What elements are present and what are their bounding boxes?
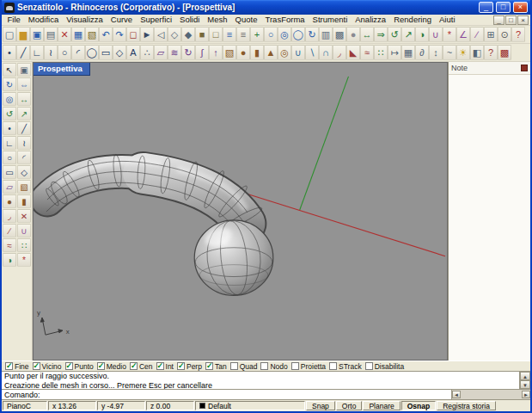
cylinder-icon[interactable]: ▮ xyxy=(250,45,264,60)
zoom-tool-icon[interactable]: ◎ xyxy=(3,92,16,106)
osnap-perp[interactable]: ✓Perp xyxy=(177,362,202,371)
cylinder-tool-icon[interactable]: ▮ xyxy=(17,194,31,208)
curve-tool-icon[interactable]: ≀ xyxy=(17,136,31,150)
minimize-button[interactable]: _ xyxy=(479,2,493,13)
checkbox-icon[interactable] xyxy=(329,362,337,370)
point-icon[interactable]: • xyxy=(3,45,16,60)
object-properties-icon[interactable]: ≡ xyxy=(236,27,250,42)
rotate-object-icon[interactable]: ↺ xyxy=(388,27,401,42)
copy-clipboard-icon[interactable]: ▦ xyxy=(71,27,85,42)
fillet-icon[interactable]: ◞ xyxy=(333,45,346,60)
ellipse-icon[interactable]: ◯ xyxy=(85,45,99,60)
arc-icon[interactable]: ◜ xyxy=(71,45,85,60)
menu-mesh[interactable]: Mesh xyxy=(204,15,231,25)
offset-icon[interactable]: ≈ xyxy=(360,45,374,60)
undo-icon[interactable]: ↶ xyxy=(99,27,113,42)
chamfer-icon[interactable]: ◣ xyxy=(346,45,360,60)
split-tool-icon[interactable]: ∕ xyxy=(3,224,16,237)
trim-tool-icon[interactable]: ✕ xyxy=(17,209,31,223)
trim-icon[interactable]: ∠ xyxy=(456,27,470,42)
menu-aiuti[interactable]: Aiuti xyxy=(436,15,459,25)
maximize-button[interactable]: □ xyxy=(496,2,511,13)
menu-visualizza[interactable]: Visualizza xyxy=(63,15,107,25)
loft-icon[interactable]: ≋ xyxy=(168,45,181,60)
osnap-medio[interactable]: ✓Medio xyxy=(97,362,126,371)
move-icon[interactable]: ↔ xyxy=(360,27,374,42)
selection-filter-icon[interactable]: ▣ xyxy=(17,63,31,77)
note-panel-body[interactable] xyxy=(449,74,530,361)
layer-field[interactable]: Default xyxy=(195,401,305,410)
checkbox-icon[interactable]: ✓ xyxy=(65,362,73,370)
checkbox-icon[interactable]: ✓ xyxy=(156,362,164,370)
menu-quote[interactable]: Quote xyxy=(231,15,261,25)
menu-modifica[interactable]: Modifica xyxy=(24,15,62,25)
osnap-int[interactable]: ✓Int xyxy=(156,362,174,371)
curvature-analysis-icon[interactable]: ~ xyxy=(443,45,456,60)
mesh-from-surface-icon[interactable]: ▦ xyxy=(401,45,415,60)
surface-3-4-points-icon[interactable]: ▱ xyxy=(154,45,168,60)
menu-trasforma[interactable]: TrasForma xyxy=(261,15,309,25)
shaded-display-icon[interactable]: ● xyxy=(346,27,360,42)
rotate-view-icon[interactable]: ↻ xyxy=(305,27,319,42)
options-icon[interactable]: ⊙ xyxy=(498,27,511,42)
open-file-icon[interactable]: ▆ xyxy=(16,27,30,42)
command-input[interactable] xyxy=(43,390,451,399)
menu-rendering[interactable]: Rendering xyxy=(390,15,436,25)
osnap-vicino[interactable]: ✓Vicino xyxy=(33,362,62,371)
checkbox-icon[interactable]: ✓ xyxy=(33,362,40,370)
dimension-icon[interactable]: ↦ xyxy=(388,45,401,60)
history-scrollbar[interactable]: ▲ ▼ xyxy=(519,372,530,389)
sphere-icon[interactable]: ● xyxy=(236,45,250,60)
box-icon[interactable]: ▧ xyxy=(223,45,236,60)
checkbox-icon[interactable]: ✓ xyxy=(177,362,185,370)
sweep-icon[interactable]: ∫ xyxy=(195,45,209,60)
show-objects-icon[interactable]: ◆ xyxy=(181,27,195,42)
unlock-objects-icon[interactable]: □ xyxy=(209,27,223,42)
zoom-dynamic-icon[interactable]: ○ xyxy=(264,27,278,42)
menu-file[interactable]: File xyxy=(3,15,24,25)
curve-from-object-icon[interactable]: ∂ xyxy=(415,45,429,60)
analyze-direction-icon[interactable]: ↕ xyxy=(429,45,443,60)
arc-tool-icon[interactable]: ◜ xyxy=(17,151,31,164)
osnap-nodo[interactable]: Nodo xyxy=(260,362,287,371)
what-command-icon[interactable]: ? xyxy=(484,45,498,60)
checkbox-icon[interactable] xyxy=(260,362,268,370)
status-toggle-planare[interactable]: Planare xyxy=(363,401,400,410)
array-icon[interactable]: ∷ xyxy=(374,45,388,60)
move-tool-icon[interactable]: ↔ xyxy=(17,92,31,106)
scroll-down-icon[interactable]: ▼ xyxy=(520,380,530,389)
rectangle-icon[interactable]: ▭ xyxy=(99,45,113,60)
menu-curve[interactable]: Curve xyxy=(107,15,136,25)
menu-strumenti[interactable]: Strumenti xyxy=(309,15,352,25)
zoom-extents-icon[interactable]: ◯ xyxy=(291,27,305,42)
zoom-window-icon[interactable]: ◎ xyxy=(278,27,291,42)
status-toggle-osnap[interactable]: Osnap xyxy=(401,401,436,410)
print-icon[interactable]: ▤ xyxy=(44,27,58,42)
rectangle-tool-icon[interactable]: ▭ xyxy=(3,165,16,179)
points-on-icon[interactable]: ∴ xyxy=(140,45,154,60)
status-toggle-registra-storia[interactable]: Registra storia xyxy=(437,401,496,410)
save-file-icon[interactable]: ▣ xyxy=(30,27,44,42)
polyline-tool-icon[interactable]: ∟ xyxy=(3,136,16,150)
line-icon[interactable]: ╱ xyxy=(16,45,30,60)
fillet-tool-icon[interactable]: ◞ xyxy=(3,209,16,223)
mesh-tools-icon[interactable]: ▩ xyxy=(498,45,511,60)
scale-tool-icon[interactable]: ↗ xyxy=(17,107,31,120)
delete-icon[interactable]: ◻ xyxy=(126,27,140,42)
mdi-close-button[interactable]: × xyxy=(517,15,529,25)
checkbox-icon[interactable] xyxy=(291,362,299,370)
polyline-icon[interactable]: ∟ xyxy=(30,45,44,60)
circle-tool-icon[interactable]: ○ xyxy=(3,151,16,164)
layer-color-swatch[interactable] xyxy=(199,403,205,409)
cone-icon[interactable]: ▲ xyxy=(264,45,278,60)
scale-object-icon[interactable]: ↗ xyxy=(401,27,415,42)
mirror-icon[interactable]: ◑ xyxy=(415,27,429,42)
checkbox-icon[interactable]: ✓ xyxy=(130,362,138,370)
polygon-icon[interactable]: ◇ xyxy=(113,45,126,60)
boolean-union-icon[interactable]: ∪ xyxy=(291,45,305,60)
copy-object-icon[interactable]: ⇒ xyxy=(374,27,388,42)
torus-icon[interactable]: ◎ xyxy=(278,45,291,60)
boolean-intersection-icon[interactable]: ∩ xyxy=(319,45,333,60)
checkbox-icon[interactable]: ✓ xyxy=(97,362,105,370)
boolean-difference-icon[interactable]: ∖ xyxy=(305,45,319,60)
